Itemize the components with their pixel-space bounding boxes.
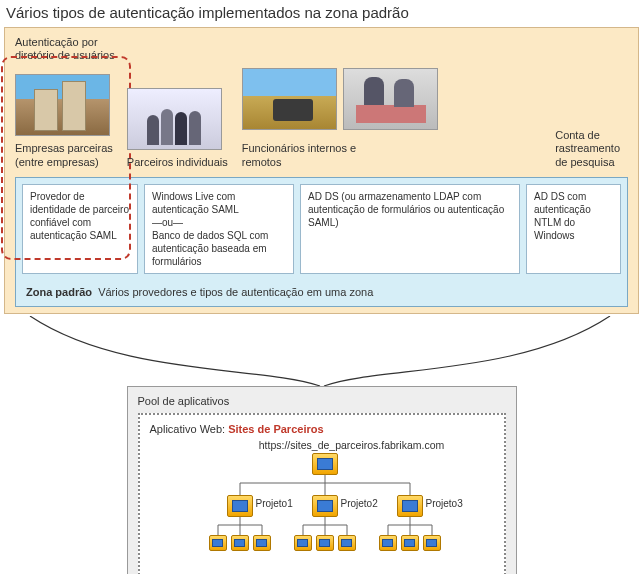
webapp-title: Aplicativo Web: Sites de Parceiros: [150, 423, 494, 435]
partner-col-individuals: Parceiros individuais: [127, 88, 228, 169]
site-leaf-icon: [338, 535, 356, 551]
partner-image-group: [127, 88, 222, 150]
partner-col-search-crawl: Conta de rastreamento de pesquisa: [555, 129, 628, 169]
webapp-box: Aplicativo Web: Sites de Parceiros https…: [138, 413, 506, 574]
auth-box: AD DS (ou armazenamento LDAP com autenti…: [300, 184, 520, 274]
zone-footer-text: Vários provedores e tipos de autenticaçã…: [98, 286, 373, 298]
site-project-icon: [227, 495, 253, 517]
site-leaf-icon: [423, 535, 441, 551]
site-leaf-icon: [294, 535, 312, 551]
partner-image-buildings: [15, 74, 110, 136]
diagram-title: Vários tipos de autenticação implementad…: [0, 0, 643, 25]
site-leaf-icon: [231, 535, 249, 551]
app-pool-panel: Pool de aplicativos Aplicativo Web: Site…: [127, 386, 517, 574]
zone-footer: Zona padrão Vários provedores e tipos de…: [22, 284, 621, 298]
site-tree: https://sites_de_parceiros.fabrikam.com: [150, 439, 494, 573]
site-project-icon: [312, 495, 338, 517]
partner-label: Conta de rastreamento de pesquisa: [555, 129, 620, 169]
site-leaf-icon: [379, 535, 397, 551]
site-root-icon: [312, 453, 338, 475]
site-leaf-icon: [209, 535, 227, 551]
partner-image-field: [242, 68, 337, 130]
site-leaf-icon: [253, 535, 271, 551]
partner-image-desk: [343, 68, 438, 130]
project-label: Projeto3: [424, 497, 465, 510]
connector-lines: [0, 316, 643, 386]
partner-label: Parceiros individuais: [127, 156, 228, 169]
webapp-label: Aplicativo Web:: [150, 423, 226, 435]
auth-box: AD DS com autenticação NTLM do Windows: [526, 184, 621, 274]
site-url: https://sites_de_parceiros.fabrikam.com: [210, 439, 494, 451]
partner-label: Empresas parceiras (entre empresas): [15, 142, 113, 168]
site-leaf-icon: [401, 535, 419, 551]
webapp-name: Sites de Parceiros: [228, 423, 323, 435]
project-label: Projeto2: [339, 497, 380, 510]
partner-col-companies: Empresas parceiras (entre empresas): [15, 74, 113, 168]
project-label: Projeto1: [254, 497, 295, 510]
diagram-root: Vários tipos de autenticação implementad…: [0, 0, 643, 574]
default-zone-panel: Autenticação por diretório de usuários E…: [4, 27, 639, 314]
app-pool-title: Pool de aplicativos: [138, 395, 506, 407]
auth-directory-header: Autenticação por diretório de usuários: [15, 36, 628, 62]
auth-box-row: Provedor de identidade de parceiro confi…: [22, 184, 621, 274]
partner-col-employees: Funcionários internos e remotos: [242, 68, 438, 168]
site-project-icon: [397, 495, 423, 517]
partner-label: Funcionários internos e remotos: [242, 142, 362, 168]
partner-row: Empresas parceiras (entre empresas) Parc…: [15, 68, 628, 168]
auth-box: Windows Live com autenticação SAML —ou— …: [144, 184, 294, 274]
zone-inner-panel: Provedor de identidade de parceiro confi…: [15, 177, 628, 307]
auth-box: Provedor de identidade de parceiro confi…: [22, 184, 138, 274]
site-leaf-icon: [316, 535, 334, 551]
zone-footer-bold: Zona padrão: [26, 286, 92, 298]
